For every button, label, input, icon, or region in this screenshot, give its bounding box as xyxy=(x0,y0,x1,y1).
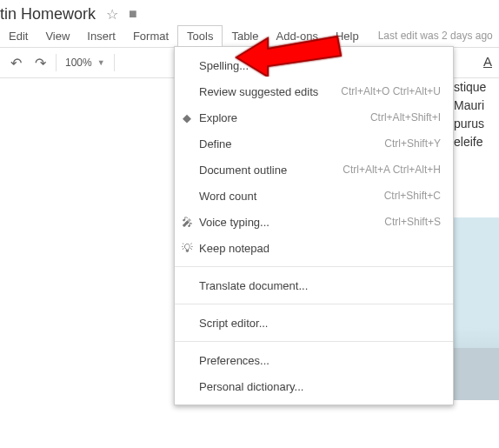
menu-personal-dictionary[interactable]: Personal dictionary... xyxy=(175,373,453,399)
menu-insert[interactable]: Insert xyxy=(78,26,124,46)
doc-line: Mauri xyxy=(454,97,499,115)
shortcut: Ctrl+Shift+Y xyxy=(384,137,441,150)
menu-separator xyxy=(175,266,453,267)
menu-explore[interactable]: ◆ Explore Ctrl+Alt+Shift+I xyxy=(175,104,453,130)
doc-line: eleife xyxy=(454,133,499,151)
menu-separator xyxy=(175,304,453,304)
shortcut: Ctrl+Shift+S xyxy=(384,216,441,228)
menu-outline[interactable]: Document outline Ctrl+Alt+A Ctrl+Alt+H xyxy=(175,157,453,183)
title-bar: tin Homework ☆ ■ xyxy=(0,0,499,24)
undo-icon[interactable]: ↶ xyxy=(3,50,28,75)
menu-format[interactable]: Format xyxy=(124,26,177,46)
doc-line: purus xyxy=(454,115,499,133)
document-title[interactable]: tin Homework xyxy=(0,5,101,23)
menu-addons[interactable]: Add-ons xyxy=(267,26,326,46)
menu-word-count[interactable]: Word count Ctrl+Shift+C xyxy=(175,183,453,209)
zoom-value: 100% xyxy=(65,57,92,69)
document-body[interactable]: stique Mauri purus eleife xyxy=(454,78,499,151)
menu-tools[interactable]: Tools xyxy=(177,25,223,46)
menu-edit[interactable]: Edit xyxy=(0,26,37,46)
shortcut: Ctrl+Alt+A Ctrl+Alt+H xyxy=(343,164,441,176)
microphone-icon: 🎤︎ xyxy=(180,216,194,229)
last-edit-text[interactable]: Last edit was 2 days ago xyxy=(368,30,493,42)
menu-translate[interactable]: Translate document... xyxy=(175,272,453,298)
explore-icon: ◆ xyxy=(180,111,194,124)
menu-separator xyxy=(175,341,453,342)
menu-script-editor[interactable]: Script editor... xyxy=(175,310,453,336)
menu-keep-notepad[interactable]: 💡︎ Keep notepad xyxy=(175,235,453,261)
menu-review-edits[interactable]: Review suggested edits Ctrl+Alt+O Ctrl+A… xyxy=(175,78,453,104)
menu-spelling[interactable]: Spelling... xyxy=(175,52,453,78)
star-icon[interactable]: ☆ xyxy=(101,6,123,23)
menu-bar: Edit View Insert Format Tools Table Add-… xyxy=(0,24,499,47)
menu-preferences[interactable]: Preferences... xyxy=(175,347,453,373)
shortcut: Ctrl+Alt+O Ctrl+Alt+U xyxy=(341,85,441,97)
folder-icon[interactable]: ■ xyxy=(123,6,143,22)
menu-help[interactable]: Help xyxy=(327,26,368,46)
tools-dropdown: Spelling... Review suggested edits Ctrl+… xyxy=(174,46,454,405)
shortcut: Ctrl+Alt+Shift+I xyxy=(370,111,441,124)
doc-line: stique xyxy=(454,78,499,97)
zoom-select[interactable]: 100% ▼ xyxy=(60,57,110,69)
lightbulb-icon: 💡︎ xyxy=(180,242,194,255)
menu-define[interactable]: Define Ctrl+Shift+Y xyxy=(175,130,453,157)
shortcut: Ctrl+Shift+C xyxy=(384,190,441,202)
separator xyxy=(114,54,115,71)
text-color-button[interactable]: A xyxy=(483,54,492,69)
separator xyxy=(56,54,57,71)
chevron-down-icon: ▼ xyxy=(97,58,105,67)
menu-view[interactable]: View xyxy=(37,26,78,46)
redo-icon[interactable]: ↷ xyxy=(28,50,52,75)
menu-voice-typing[interactable]: 🎤︎ Voice typing... Ctrl+Shift+S xyxy=(175,209,453,235)
menu-table[interactable]: Table xyxy=(223,26,267,46)
